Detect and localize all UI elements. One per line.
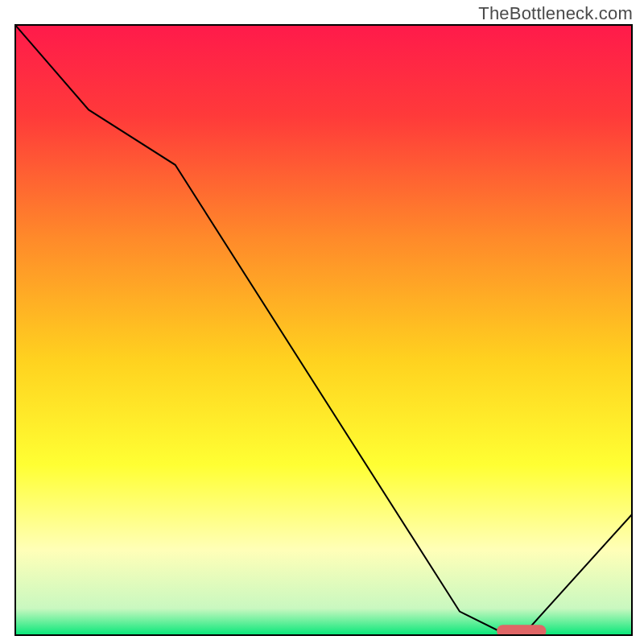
chart-container: TheBottleneck.com: [0, 0, 644, 644]
marker-optimal-range: [497, 625, 546, 636]
marker-layer: [497, 625, 546, 636]
gradient-background: [14, 24, 633, 636]
watermark-text: TheBottleneck.com: [478, 3, 633, 24]
bottleneck-chart: [14, 24, 633, 636]
